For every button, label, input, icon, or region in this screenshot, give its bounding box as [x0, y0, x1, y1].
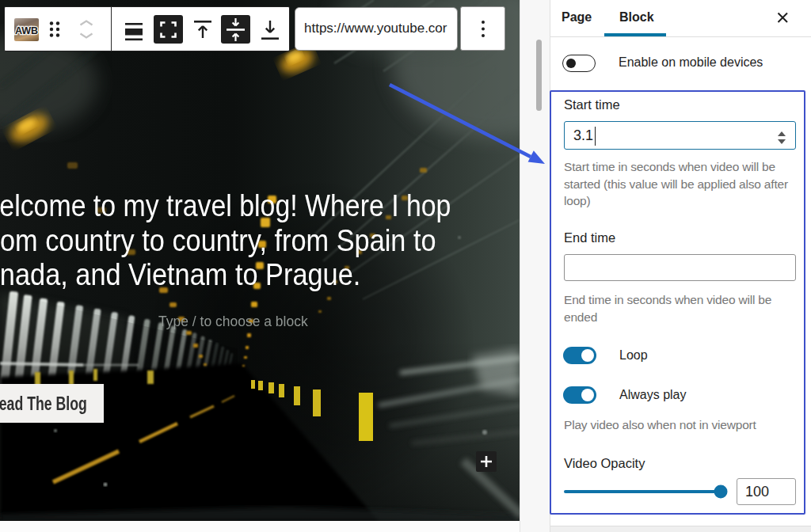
- svg-text:AWB: AWB: [15, 25, 38, 36]
